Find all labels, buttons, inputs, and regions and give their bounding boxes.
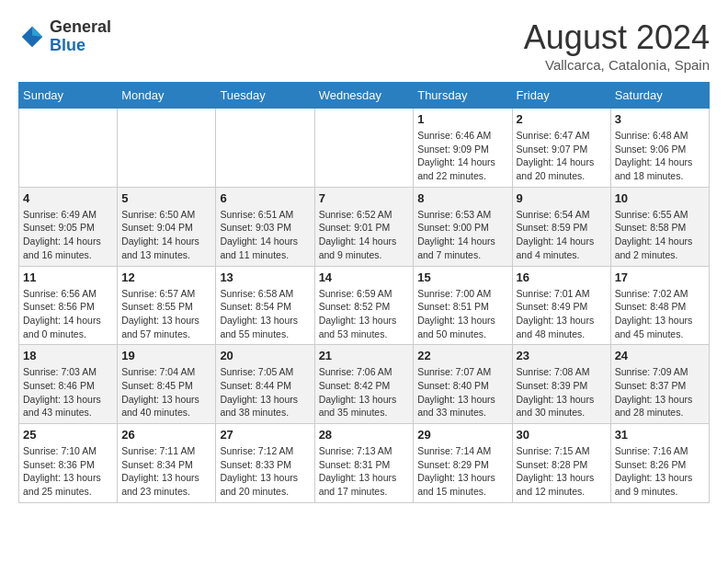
day-number: 25 [23,428,113,442]
day-info: Sunrise: 6:48 AM Sunset: 9:06 PM Dayligh… [615,129,705,183]
page-header: General Blue August 2024 Vallcarca, Cata… [18,18,710,73]
day-info: Sunrise: 6:58 AM Sunset: 8:54 PM Dayligh… [220,287,310,341]
day-info: Sunrise: 7:00 AM Sunset: 8:51 PM Dayligh… [417,287,507,341]
day-info: Sunrise: 6:53 AM Sunset: 9:00 PM Dayligh… [417,208,507,262]
day-cell: 26Sunrise: 7:11 AM Sunset: 8:34 PM Dayli… [118,424,216,503]
day-cell: 5Sunrise: 6:50 AM Sunset: 9:04 PM Daylig… [118,187,216,266]
day-cell: 7Sunrise: 6:52 AM Sunset: 9:01 PM Daylig… [314,187,414,266]
day-number: 6 [220,191,310,205]
day-number: 15 [417,270,507,284]
day-info: Sunrise: 7:11 AM Sunset: 8:34 PM Dayligh… [121,444,211,499]
day-number: 20 [220,349,310,362]
day-number: 11 [23,270,113,284]
day-number: 19 [121,349,211,362]
day-cell: 29Sunrise: 7:14 AM Sunset: 8:29 PM Dayli… [414,424,512,503]
day-number: 26 [121,428,211,442]
day-number: 24 [615,349,705,362]
week-row-1: 1Sunrise: 6:46 AM Sunset: 9:09 PM Daylig… [19,109,710,188]
day-cell: 30Sunrise: 7:15 AM Sunset: 8:28 PM Dayli… [512,424,610,503]
day-number: 14 [319,270,410,284]
weekday-header-wednesday: Wednesday [314,83,414,109]
day-cell: 11Sunrise: 6:56 AM Sunset: 8:56 PM Dayli… [19,266,118,345]
day-info: Sunrise: 7:01 AM Sunset: 8:49 PM Dayligh… [517,287,607,341]
day-info: Sunrise: 7:03 AM Sunset: 8:46 PM Dayligh… [23,365,113,419]
day-cell: 31Sunrise: 7:16 AM Sunset: 8:26 PM Dayli… [610,424,709,503]
weekday-header-saturday: Saturday [610,83,709,109]
week-row-2: 4Sunrise: 6:49 AM Sunset: 9:05 PM Daylig… [19,187,710,266]
weekday-header-sunday: Sunday [19,83,118,109]
day-info: Sunrise: 6:50 AM Sunset: 9:04 PM Dayligh… [121,208,211,262]
location: Vallcarca, Catalonia, Spain [524,57,710,73]
calendar-table: SundayMondayTuesdayWednesdayThursdayFrid… [18,82,710,503]
day-info: Sunrise: 6:52 AM Sunset: 9:01 PM Dayligh… [319,208,410,262]
logo: General Blue [18,18,111,55]
month-title: August 2024 [524,18,710,57]
week-row-4: 18Sunrise: 7:03 AM Sunset: 8:46 PM Dayli… [19,345,710,424]
day-number: 27 [220,428,310,442]
day-cell: 15Sunrise: 7:00 AM Sunset: 8:51 PM Dayli… [414,266,512,345]
day-number: 12 [121,270,211,284]
day-info: Sunrise: 6:56 AM Sunset: 8:56 PM Dayligh… [23,287,113,341]
day-number: 7 [319,191,410,205]
day-number: 23 [517,349,607,362]
day-cell: 1Sunrise: 6:46 AM Sunset: 9:09 PM Daylig… [414,109,512,188]
day-cell: 18Sunrise: 7:03 AM Sunset: 8:46 PM Dayli… [19,345,118,424]
day-cell: 22Sunrise: 7:07 AM Sunset: 8:40 PM Dayli… [414,345,512,424]
day-cell: 4Sunrise: 6:49 AM Sunset: 9:05 PM Daylig… [19,187,118,266]
day-number: 17 [615,270,705,284]
day-info: Sunrise: 7:14 AM Sunset: 8:29 PM Dayligh… [417,444,507,499]
day-info: Sunrise: 7:13 AM Sunset: 8:31 PM Dayligh… [319,444,410,499]
day-cell: 8Sunrise: 6:53 AM Sunset: 9:00 PM Daylig… [414,187,512,266]
title-block: August 2024 Vallcarca, Catalonia, Spain [524,18,710,73]
day-cell [216,109,314,188]
day-number: 22 [417,349,507,362]
day-number: 5 [121,191,211,205]
day-info: Sunrise: 7:09 AM Sunset: 8:37 PM Dayligh… [615,365,705,419]
day-number: 18 [23,349,113,362]
day-cell: 19Sunrise: 7:04 AM Sunset: 8:45 PM Dayli… [118,345,216,424]
day-number: 21 [319,349,410,362]
day-info: Sunrise: 6:49 AM Sunset: 9:05 PM Dayligh… [23,208,113,262]
day-number: 16 [517,270,607,284]
logo-blue-text: Blue [50,36,85,54]
weekday-header-friday: Friday [512,83,610,109]
day-cell [314,109,414,188]
day-info: Sunrise: 7:02 AM Sunset: 8:48 PM Dayligh… [615,287,705,341]
day-number: 31 [615,428,705,442]
day-info: Sunrise: 6:54 AM Sunset: 8:59 PM Dayligh… [517,208,607,262]
day-cell: 6Sunrise: 6:51 AM Sunset: 9:03 PM Daylig… [216,187,314,266]
day-cell [118,109,216,188]
day-cell: 14Sunrise: 6:59 AM Sunset: 8:52 PM Dayli… [314,266,414,345]
svg-marker-1 [32,27,42,37]
day-info: Sunrise: 7:08 AM Sunset: 8:39 PM Dayligh… [517,365,607,419]
day-cell: 21Sunrise: 7:06 AM Sunset: 8:42 PM Dayli… [314,345,414,424]
day-number: 4 [23,191,113,205]
day-info: Sunrise: 6:51 AM Sunset: 9:03 PM Dayligh… [220,208,310,262]
day-cell: 27Sunrise: 7:12 AM Sunset: 8:33 PM Dayli… [216,424,314,503]
day-info: Sunrise: 7:07 AM Sunset: 8:40 PM Dayligh… [417,365,507,419]
day-cell: 3Sunrise: 6:48 AM Sunset: 9:06 PM Daylig… [610,109,709,188]
day-info: Sunrise: 7:16 AM Sunset: 8:26 PM Dayligh… [615,444,705,499]
day-info: Sunrise: 7:10 AM Sunset: 8:36 PM Dayligh… [23,444,113,499]
week-row-5: 25Sunrise: 7:10 AM Sunset: 8:36 PM Dayli… [19,424,710,503]
day-number: 29 [417,428,507,442]
logo-icon [18,23,46,51]
day-cell: 12Sunrise: 6:57 AM Sunset: 8:55 PM Dayli… [118,266,216,345]
day-number: 1 [417,112,507,126]
day-number: 10 [615,191,705,205]
day-cell: 28Sunrise: 7:13 AM Sunset: 8:31 PM Dayli… [314,424,414,503]
weekday-header-monday: Monday [118,83,216,109]
day-number: 8 [417,191,507,205]
day-info: Sunrise: 7:15 AM Sunset: 8:28 PM Dayligh… [517,444,607,499]
day-cell: 25Sunrise: 7:10 AM Sunset: 8:36 PM Dayli… [19,424,118,503]
day-number: 2 [517,112,607,126]
day-cell: 9Sunrise: 6:54 AM Sunset: 8:59 PM Daylig… [512,187,610,266]
day-info: Sunrise: 6:47 AM Sunset: 9:07 PM Dayligh… [517,129,607,183]
day-number: 13 [220,270,310,284]
day-cell [19,109,118,188]
weekday-header-thursday: Thursday [414,83,512,109]
day-cell: 13Sunrise: 6:58 AM Sunset: 8:54 PM Dayli… [216,266,314,345]
week-row-3: 11Sunrise: 6:56 AM Sunset: 8:56 PM Dayli… [19,266,710,345]
day-info: Sunrise: 7:05 AM Sunset: 8:44 PM Dayligh… [220,365,310,419]
day-info: Sunrise: 7:06 AM Sunset: 8:42 PM Dayligh… [319,365,410,419]
